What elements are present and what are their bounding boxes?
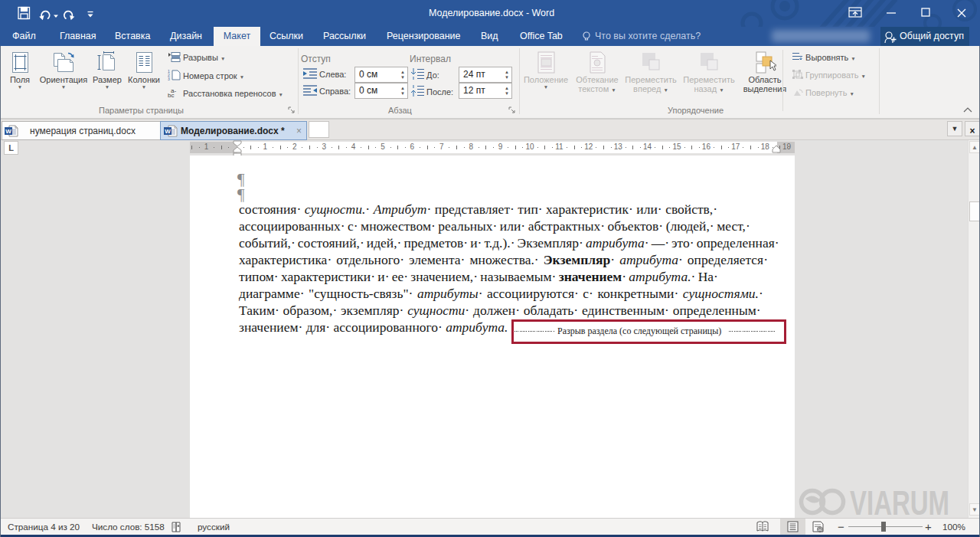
svg-text:W: W <box>165 128 171 135</box>
svg-text:VIARUM: VIARUM <box>850 483 949 518</box>
svg-text:bc: bc <box>168 92 174 98</box>
svg-text:3: 3 <box>168 77 170 80</box>
svg-text:W: W <box>5 128 11 135</box>
